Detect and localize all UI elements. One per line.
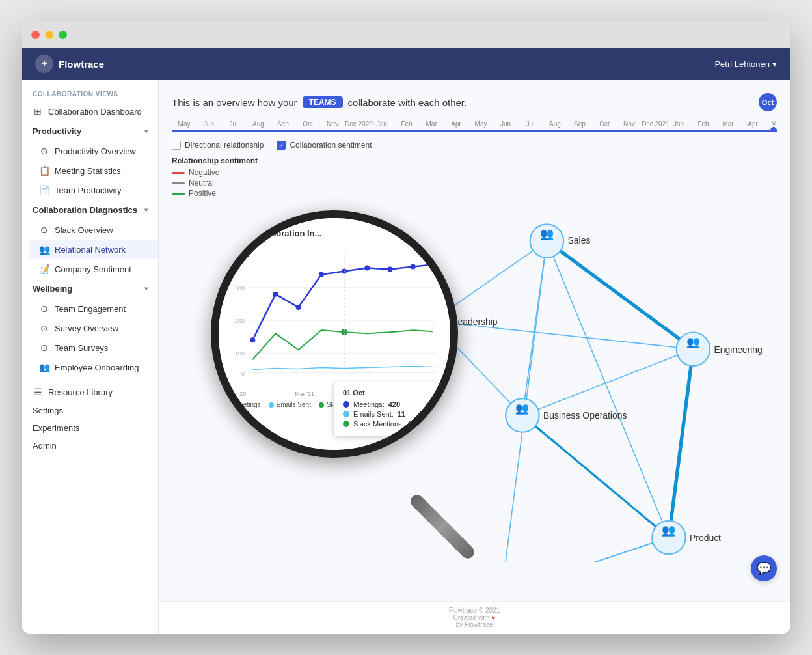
sidebar-item-company-sentiment[interactable]: 📝 Company Sentiment <box>29 259 158 279</box>
footer-created: Created with ♥ <box>172 614 777 621</box>
sidebar-item-team-surveys[interactable]: ⊙ Team Surveys <box>29 338 158 357</box>
svg-text:Engineering: Engineering <box>714 344 763 355</box>
checkbox-directional[interactable]: Directional relationship <box>172 141 264 150</box>
network-svg: 👥 Sales 👥 Leadership 👥 Engineering <box>289 171 777 562</box>
tl-may2: May <box>468 120 493 128</box>
collab-diag-label: Collaboration Diagnostics <box>33 205 137 215</box>
sidebar-item-survey-overview[interactable]: ⊙ Survey Overview <box>29 318 158 338</box>
sidebar-item-productivity-overview[interactable]: ⊙ Productivity Overview <box>29 141 158 161</box>
tl-may3: May <box>765 120 777 128</box>
tl-dec2021: Dec 2021 <box>642 120 666 128</box>
collab-views-label: COLLABORATION VIEWS <box>22 80 158 102</box>
productivity-group[interactable]: Productivity ▾ <box>22 121 158 141</box>
oct-badge[interactable]: Oct <box>759 93 777 111</box>
tl-dec2020: Dec 2020 <box>345 120 370 128</box>
dashboard-icon: ⊞ <box>33 106 43 117</box>
svg-text:300: 300 <box>235 285 245 292</box>
team-productivity-label: Team Productivity <box>55 186 122 195</box>
tl-jun2: Jun <box>493 120 518 128</box>
sidebar-item-dashboard[interactable]: ⊞ Collaboration Dashboard <box>22 102 158 121</box>
footer-created-with: Created with <box>453 614 490 621</box>
cb-directional[interactable] <box>172 141 181 150</box>
sidebar-item-meeting-statistics[interactable]: 📋 Meeting Statistics <box>29 161 158 180</box>
tl-nov: Nov <box>320 120 345 128</box>
slack-icon: ⊙ <box>39 225 49 235</box>
wellbeing-group[interactable]: Wellbeing ▾ <box>22 279 158 299</box>
sidebar-item-employee-onboarding[interactable]: 👥 Employee Onboarding <box>29 357 158 377</box>
checkbox-collaboration[interactable]: ✓ Collaboration sentiment <box>277 141 372 150</box>
emails-dot <box>269 402 274 408</box>
collab-diag-items: ⊙ Slack Overview 👥 Relational Network 📝 … <box>22 220 158 279</box>
positive-line <box>172 193 185 195</box>
svg-text:👥: 👥 <box>540 227 554 241</box>
svg-line-10 <box>522 415 669 538</box>
checkbox-row: Directional relationship ✓ Collaboration… <box>172 141 777 150</box>
user-arrow: ▾ <box>772 59 777 69</box>
sidebar-item-admin[interactable]: Admin <box>22 437 158 454</box>
svg-text:0: 0 <box>241 370 245 377</box>
team-surveys-label: Team Surveys <box>55 343 108 353</box>
team-surveys-icon: ⊙ <box>39 342 49 353</box>
tl-jul2: Jul <box>518 120 543 128</box>
wellbeing-items: ⊙ Team Engagement ⊙ Survey Overview ⊙ Te… <box>22 299 158 377</box>
sentiment-title: Relationship sentiment <box>172 156 777 165</box>
neutral-line <box>172 182 185 184</box>
tl-mar: Mar <box>419 120 444 128</box>
company-sentiment-icon: 📝 <box>39 264 49 274</box>
user-menu[interactable]: Petri Lehtonen ▾ <box>714 59 777 69</box>
svg-line-7 <box>522 349 694 415</box>
sidebar-item-experiments[interactable]: Experiments <box>22 419 158 437</box>
svg-text:100: 100 <box>235 350 245 357</box>
sidebar-item-relational-network[interactable]: 👥 Relational Network <box>29 240 158 259</box>
productivity-overview-icon: ⊙ <box>39 146 49 156</box>
meetings-legend-label: Meetings <box>234 401 261 408</box>
overview-header: This is an overview how your TEAMS colla… <box>172 93 777 111</box>
team-productivity-icon: 📄 <box>39 185 49 195</box>
company-sentiment-label: Company Sentiment <box>55 264 131 274</box>
chat-button[interactable]: 💬 <box>751 555 777 581</box>
overview-text-after: collaborate with each other. <box>348 97 467 108</box>
tl-feb: Feb <box>394 120 419 128</box>
footer-brand-name: Flowtrace <box>449 607 477 614</box>
cb-collaboration[interactable]: ✓ <box>277 141 286 150</box>
sidebar-item-team-engagement[interactable]: ⊙ Team Engagement <box>29 299 158 318</box>
cb-directional-label: Directional relationship <box>185 141 264 150</box>
minimize-button[interactable] <box>45 31 53 39</box>
sidebar-item-team-productivity[interactable]: 📄 Team Productivity <box>29 180 158 200</box>
brand-name: Flowtrace <box>59 59 104 70</box>
svg-text:Sales: Sales <box>568 235 591 245</box>
dashboard-label: Collaboration Dashboard <box>48 107 142 117</box>
employee-onboarding-label: Employee Onboarding <box>55 363 139 372</box>
tl-jan2: Jan <box>666 120 691 128</box>
maximize-button[interactable] <box>59 31 67 39</box>
tl-jan: Jan <box>370 120 394 128</box>
survey-overview-icon: ⊙ <box>39 323 49 333</box>
meeting-statistics-label: Meeting Statistics <box>55 166 121 176</box>
wellbeing-label: Wellbeing <box>33 284 72 294</box>
footer-by-flowtrace: by Flowtrace <box>456 621 493 628</box>
app-body: COLLABORATION VIEWS ⊞ Collaboration Dash… <box>22 80 790 634</box>
tl-may: May <box>172 120 196 128</box>
svg-point-40 <box>250 337 255 342</box>
sidebar-item-slack-overview[interactable]: ⊙ Slack Overview <box>29 220 158 240</box>
sidebar-item-settings[interactable]: Settings <box>22 402 158 419</box>
relational-icon: 👥 <box>39 244 49 255</box>
main-content: This is an overview how your TEAMS colla… <box>159 80 790 634</box>
footer-year: © 2021 <box>479 607 500 614</box>
topnav: ✦ Flowtrace Petri Lehtonen ▾ <box>22 48 790 80</box>
footer-by: by Flowtrace <box>172 621 777 628</box>
close-button[interactable] <box>31 31 40 39</box>
user-name: Petri Lehtonen <box>714 59 770 69</box>
svg-line-9 <box>669 349 694 537</box>
team-engagement-label: Team Engagement <box>55 304 126 314</box>
svg-text:400: 400 <box>235 252 245 258</box>
productivity-arrow: ▾ <box>144 128 148 135</box>
app-window: ✦ Flowtrace Petri Lehtonen ▾ COLLABORATI… <box>22 21 790 634</box>
tl-apr: Apr <box>444 120 468 128</box>
sidebar-item-resource-library[interactable]: ☰ Resource Library <box>22 382 158 402</box>
collab-diag-group[interactable]: Collaboration Diagnostics ▾ <box>22 200 158 220</box>
tl-sep2: Sep <box>567 120 592 128</box>
onboarding-icon: 👥 <box>39 362 49 372</box>
slack-overview-label: Slack Overview <box>55 225 113 235</box>
relational-label: Relational Network <box>55 245 126 255</box>
